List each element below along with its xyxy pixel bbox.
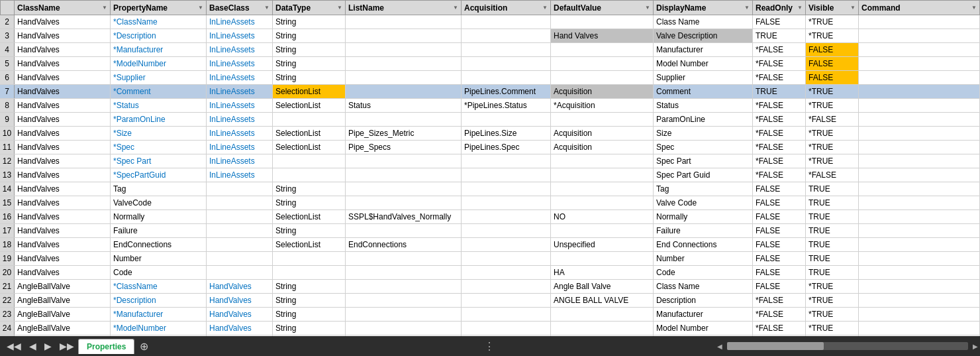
cell-I[interactable]: *FALSE: [753, 322, 806, 335]
cell-H[interactable]: End Connections: [654, 238, 753, 251]
cell-H[interactable]: ParamOnLine: [654, 113, 753, 126]
cell-D[interactable]: SelectionList: [273, 127, 346, 140]
cell-H[interactable]: Size: [654, 127, 753, 140]
cell-B[interactable]: *Description: [111, 294, 207, 307]
cell-H[interactable]: Valve Description: [654, 29, 753, 42]
col-header-B[interactable]: PropertyName▼: [111, 0, 207, 15]
cell-G[interactable]: [551, 252, 654, 265]
cell-B[interactable]: EndConnections: [111, 238, 207, 251]
table-row[interactable]: 3HandValves*DescriptionInLineAssetsStrin…: [0, 29, 980, 43]
cell-J[interactable]: *TRUE: [806, 280, 859, 293]
cell-G[interactable]: Acquisition: [551, 127, 654, 140]
cell-F[interactable]: [462, 196, 551, 209]
cell-A[interactable]: HandValves: [15, 29, 111, 42]
cell-B[interactable]: *Supplier: [111, 71, 207, 84]
cell-D[interactable]: String: [273, 71, 346, 84]
cell-E[interactable]: [346, 15, 462, 29]
cell-C[interactable]: InLineAssets: [207, 57, 273, 70]
cell-C[interactable]: InLineAssets: [207, 29, 273, 42]
table-row[interactable]: 11HandValves*SpecInLineAssetsSelectionLi…: [0, 141, 980, 154]
cell-K[interactable]: [859, 43, 980, 56]
cell-E[interactable]: [346, 85, 462, 98]
cell-K[interactable]: [859, 266, 980, 279]
cell-A[interactable]: HandValves: [15, 154, 111, 168]
cell-F[interactable]: [462, 154, 551, 168]
cell-C[interactable]: InLineAssets: [207, 15, 273, 29]
cell-B[interactable]: *ClassName: [111, 280, 207, 293]
cell-I[interactable]: FALSE: [753, 252, 806, 265]
table-row[interactable]: 15HandValvesValveCodeStringValve CodeFAL…: [0, 196, 980, 210]
cell-K[interactable]: [859, 154, 980, 168]
cell-J[interactable]: TRUE: [806, 238, 859, 251]
col-header-J[interactable]: Visible▼: [806, 0, 859, 15]
cell-F[interactable]: [462, 308, 551, 321]
cell-B[interactable]: *Comment: [111, 85, 207, 98]
cell-I[interactable]: *FALSE: [753, 43, 806, 56]
dropdown-arrow-H[interactable]: ▼: [744, 5, 750, 11]
cell-I[interactable]: *FALSE: [753, 57, 806, 70]
cell-K[interactable]: [859, 252, 980, 265]
dropdown-arrow-A[interactable]: ▼: [102, 5, 107, 11]
cell-J[interactable]: TRUE: [806, 224, 859, 237]
cell-J[interactable]: *TRUE: [806, 127, 859, 140]
cell-F[interactable]: *PipeLines.Status: [462, 99, 551, 112]
cell-A[interactable]: HandValves: [15, 238, 111, 251]
col-header-K[interactable]: Command▼: [859, 0, 980, 15]
cell-K[interactable]: [859, 85, 980, 98]
cell-D[interactable]: String: [273, 294, 346, 307]
table-row[interactable]: 22AngleBallValve*DescriptionHandValvesSt…: [0, 294, 980, 308]
cell-D[interactable]: String: [273, 196, 346, 209]
cell-F[interactable]: [462, 113, 551, 126]
cell-F[interactable]: [462, 168, 551, 182]
cell-E[interactable]: [346, 29, 462, 42]
dropdown-arrow-J[interactable]: ▼: [850, 5, 856, 11]
cell-K[interactable]: [859, 280, 980, 293]
table-row[interactable]: 17HandValvesFailureStringFailureFALSETRU…: [0, 224, 980, 238]
cell-C[interactable]: [207, 252, 273, 265]
cell-D[interactable]: String: [273, 308, 346, 321]
cell-H[interactable]: Spec: [654, 141, 753, 154]
col-header-H[interactable]: DisplayName▼: [654, 0, 753, 15]
cell-C[interactable]: InLineAssets: [207, 168, 273, 182]
cell-H[interactable]: Model Number: [654, 57, 753, 70]
cell-G[interactable]: [551, 71, 654, 84]
table-row[interactable]: 7HandValves*CommentInLineAssetsSelection…: [0, 85, 980, 99]
cell-A[interactable]: HandValves: [15, 266, 111, 279]
cell-J[interactable]: *TRUE: [806, 154, 859, 168]
cell-C[interactable]: InLineAssets: [207, 154, 273, 168]
cell-A[interactable]: HandValves: [15, 210, 111, 223]
cell-H[interactable]: Class Name: [654, 15, 753, 29]
cell-H[interactable]: Class Name: [654, 280, 753, 293]
cell-B[interactable]: *SpecPartGuid: [111, 168, 207, 182]
cell-B[interactable]: *Spec Part: [111, 154, 207, 168]
cell-D[interactable]: String: [273, 43, 346, 56]
scroll-thumb[interactable]: [727, 342, 824, 350]
table-row[interactable]: 24AngleBallValve*ModelNumberHandValvesSt…: [0, 322, 980, 335]
cell-G[interactable]: Angle Ball Valve: [551, 280, 654, 293]
cell-J[interactable]: *TRUE: [806, 15, 859, 29]
cell-E[interactable]: SSPL$HandValves_Normally: [346, 210, 462, 223]
cell-D[interactable]: SelectionList: [273, 238, 346, 251]
cell-H[interactable]: Comment: [654, 85, 753, 98]
cell-E[interactable]: [346, 322, 462, 335]
nav-right[interactable]: ▶: [40, 339, 56, 353]
cell-C[interactable]: [207, 182, 273, 196]
cell-C[interactable]: InLineAssets: [207, 71, 273, 84]
cell-K[interactable]: [859, 322, 980, 335]
cell-J[interactable]: *TRUE: [806, 308, 859, 321]
cell-B[interactable]: *Size: [111, 127, 207, 140]
cell-A[interactable]: HandValves: [15, 99, 111, 112]
cell-A[interactable]: HandValves: [15, 168, 111, 182]
cell-K[interactable]: [859, 71, 980, 84]
dropdown-arrow-D[interactable]: ▼: [337, 5, 342, 11]
table-row[interactable]: 2HandValves*ClassNameInLineAssetsStringC…: [0, 15, 980, 29]
add-sheet-button[interactable]: ⊕: [134, 339, 154, 354]
cell-C[interactable]: InLineAssets: [207, 43, 273, 56]
table-row[interactable]: 4HandValves*ManufacturerInLineAssetsStri…: [0, 43, 980, 57]
cell-H[interactable]: Manufacturer: [654, 43, 753, 56]
cell-J[interactable]: *TRUE: [806, 99, 859, 112]
cell-K[interactable]: [859, 15, 980, 29]
cell-F[interactable]: [462, 280, 551, 293]
col-header-G[interactable]: DefaultValue▼: [551, 0, 654, 15]
cell-J[interactable]: TRUE: [806, 196, 859, 209]
